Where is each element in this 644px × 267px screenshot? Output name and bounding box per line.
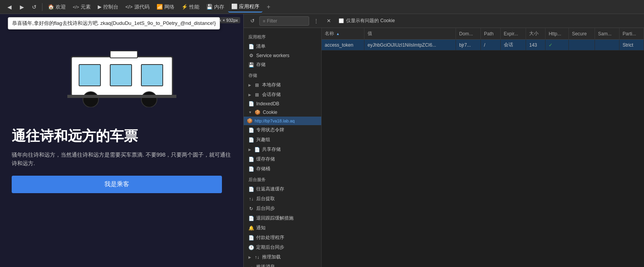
- tooltip-box: 恭喜骚年,拿好你的flag去找诗和远方吧. zkaq{DuduDu_1etS_9…: [8, 17, 220, 30]
- sidebar-item-shared-storage[interactable]: ▶ 📄 共享存储: [244, 145, 321, 154]
- nav-welcome[interactable]: 🏠 欢迎: [45, 2, 69, 12]
- devtools-options-button[interactable]: ⋮: [311, 16, 322, 26]
- sidebar-item-periodic-sync[interactable]: 🕐 定期后台同步: [244, 243, 321, 252]
- devtools-close-button[interactable]: ✕: [323, 16, 334, 26]
- sidebar-section-bg: 后台服务: [244, 174, 321, 184]
- nav-network[interactable]: 📶 网络: [153, 2, 178, 12]
- push-label: 推理加载: [262, 254, 281, 260]
- payment-label: 付款处理程序: [256, 234, 284, 241]
- network-icon: 📶: [157, 4, 163, 10]
- push2-icon: ☁: [248, 264, 254, 267]
- notifications-icon: 🔔: [248, 225, 254, 231]
- col-samesite[interactable]: Sam...: [595, 28, 619, 40]
- sidebar-item-push[interactable]: ▶ ↑↓ 推理加载: [244, 252, 321, 262]
- bg-fetch-icon: ↑↓: [248, 196, 254, 202]
- sidebar-item-back-forward[interactable]: 📄 往返高速缓存: [244, 184, 321, 194]
- col-domain[interactable]: Dom...: [456, 28, 481, 40]
- bg-sync-label: 后台同步: [256, 205, 275, 212]
- refresh-button[interactable]: ↺: [28, 1, 40, 13]
- notifications-label: 通知: [256, 225, 266, 231]
- sidebar-item-storage-bucket[interactable]: 📄 存储桶: [244, 164, 321, 174]
- nav-performance[interactable]: ⚡ 性能: [178, 2, 202, 12]
- sidebar-item-storage-top[interactable]: 💾 存储: [244, 60, 321, 70]
- train-illustration: [0, 33, 243, 119]
- sidebar-item-interest-groups[interactable]: 📄 兴趣组: [244, 135, 321, 145]
- col-partition[interactable]: Parti...: [619, 28, 644, 40]
- svg-rect-2: [110, 65, 132, 86]
- sidebar-item-notifications[interactable]: 🔔 通知: [244, 223, 321, 233]
- push-arrow: ▶: [248, 255, 251, 259]
- col-expiry[interactable]: Expir...: [500, 28, 526, 40]
- sidebar-item-cookie-url[interactable]: 🍪 http://bjr7va18.lab.aq: [244, 117, 321, 125]
- sidebar-item-bounce-tracking[interactable]: 📄 退回跟踪缓解措施: [244, 213, 321, 223]
- main-content: 707px × 932px 恭喜骚年,拿好你的flag去找诗和远方吧. zkaq…: [0, 14, 644, 267]
- sidebar-item-service-workers[interactable]: ⚙ Service workers: [244, 51, 321, 60]
- add-tab-button[interactable]: +: [263, 2, 274, 12]
- devtools-sidebar: 应用程序 📄 清单 ⚙ Service workers 💾 存储 存储 ▶: [244, 28, 322, 267]
- sidebar-item-manifest[interactable]: 📄 清单: [244, 42, 321, 51]
- page-content: 通往诗和远方的车票 骚年向往诗和远方，当然通往诗和远方是需要买车票滴. 不要99…: [0, 119, 243, 201]
- interest-groups-label: 兴趣组: [256, 136, 270, 143]
- nav-elements[interactable]: </> 元素: [70, 2, 94, 12]
- devtools-content: 应用程序 📄 清单 ⚙ Service workers 💾 存储 存储 ▶: [244, 28, 644, 267]
- periodic-sync-label: 定期后台同步: [256, 244, 284, 251]
- sort-arrow: ▲: [336, 32, 340, 36]
- devtools-refresh-button[interactable]: ↺: [247, 16, 258, 26]
- col-size[interactable]: 大小: [526, 28, 545, 40]
- sidebar-item-cache-storage[interactable]: 📄 缓存存储: [244, 154, 321, 164]
- storage-bucket-label: 存储桶: [256, 166, 270, 172]
- sidebar-item-session-storage[interactable]: ▶ ⊞ 会话存储: [244, 90, 321, 99]
- cookie-issues-label: 仅显示有问题的 Cookie: [339, 17, 395, 24]
- nav-memory[interactable]: 💾 内存: [203, 2, 227, 12]
- back-forward-icon: 📄: [248, 187, 254, 192]
- sidebar-item-payment[interactable]: 📄 付款处理程序: [244, 233, 321, 243]
- service-workers-icon: ⚙: [248, 53, 254, 58]
- forward-button[interactable]: ▶: [16, 1, 28, 13]
- col-value[interactable]: 值: [364, 28, 456, 40]
- cookie-url-icon: 🍪: [247, 118, 252, 124]
- sidebar-item-cookie[interactable]: ▼ 🍪 Cookie: [244, 108, 321, 117]
- back-forward-label: 往返高速缓存: [256, 186, 284, 192]
- nav-application[interactable]: ⬜ 应用程序: [228, 2, 262, 12]
- col-httponly[interactable]: Http...: [545, 28, 569, 40]
- sidebar-item-indexeddb[interactable]: 📄 IndexedDB: [244, 99, 321, 108]
- cell-partition: Strict: [619, 40, 644, 51]
- cache-storage-icon: 📄: [248, 157, 254, 162]
- cell-httponly: ✓: [545, 40, 569, 51]
- devtools-main: 名称 ▲ 值 Dom... Path Expir... 大小 Http... S…: [322, 28, 644, 267]
- page-title: 通往诗和远方的车票: [12, 127, 232, 146]
- nav-sources[interactable]: </> 源代码: [122, 2, 153, 12]
- filter-input-wrap: ≡: [259, 16, 309, 26]
- sidebar-item-local-storage[interactable]: ▶ ⊞ 本地存储: [244, 80, 321, 90]
- manifest-label: 清单: [256, 43, 266, 50]
- service-workers-label: Service workers: [256, 53, 289, 58]
- cell-secure: [568, 40, 595, 51]
- cache-storage-label: 缓存存储: [256, 156, 275, 162]
- webpage-panel: 707px × 932px 恭喜骚年,拿好你的flag去找诗和远方吧. zkaq…: [0, 14, 243, 267]
- storage-bucket-icon: 📄: [248, 166, 254, 172]
- sidebar-item-bg-fetch[interactable]: ↑↓ 后台提取: [244, 194, 321, 204]
- sidebar-item-push2[interactable]: ☁ 推送消息: [244, 262, 321, 267]
- passenger-button[interactable]: 我是乘客: [12, 176, 222, 193]
- sidebar-item-private-state[interactable]: 📄 专用状态令牌: [244, 125, 321, 135]
- svg-rect-1: [79, 65, 100, 86]
- col-name[interactable]: 名称 ▲: [322, 28, 364, 40]
- col-secure[interactable]: Secure: [568, 28, 595, 40]
- cookie-table-body: access_token eyJhbGciOiJIUzI1NiIsImtpZCI…: [322, 40, 644, 51]
- cell-size: 143: [526, 40, 545, 51]
- nav-console[interactable]: ▶ 控制台: [95, 2, 121, 12]
- cell-path: /: [481, 40, 501, 51]
- filter-input[interactable]: [267, 18, 306, 24]
- cookie-issues-checkbox[interactable]: [339, 18, 344, 23]
- bg-fetch-label: 后台提取: [256, 195, 275, 202]
- cookie-icon: 🍪: [255, 110, 260, 115]
- sidebar-section-app: 应用程序: [244, 31, 321, 42]
- local-storage-icon: ⊞: [254, 82, 260, 88]
- cookie-table: 名称 ▲ 值 Dom... Path Expir... 大小 Http... S…: [322, 28, 644, 51]
- sidebar-item-bg-sync[interactable]: ↻ 后台同步: [244, 204, 321, 213]
- col-path[interactable]: Path: [481, 28, 501, 40]
- back-button[interactable]: ◀: [3, 1, 16, 13]
- cookie-url-label: http://bjr7va18.lab.aq: [255, 119, 295, 123]
- cell-value: eyJhbGciOiJIUzI1NiIsImtpZCI6...: [364, 40, 456, 51]
- table-row[interactable]: access_token eyJhbGciOiJIUzI1NiIsImtpZCI…: [322, 40, 644, 51]
